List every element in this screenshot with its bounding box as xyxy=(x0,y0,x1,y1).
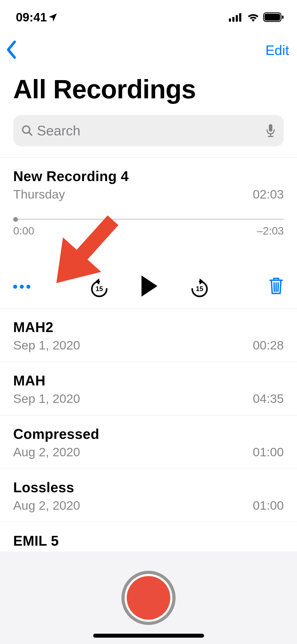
list-item[interactable]: MAH Sep 1, 2020 04:35 xyxy=(0,362,297,415)
recording-title: Lossless xyxy=(13,479,284,495)
recording-date: Aug 2, 2020 xyxy=(13,445,80,459)
scrubber-track xyxy=(13,219,284,220)
recordings-list: New Recording 4 Thursday 02:03 0:00 –2:0… xyxy=(0,157,297,575)
svg-marker-15 xyxy=(200,278,204,285)
svg-rect-6 xyxy=(282,16,284,19)
list-item[interactable]: Compressed Aug 2, 2020 01:00 xyxy=(0,415,297,469)
skip-forward-button[interactable]: 15 xyxy=(190,277,209,296)
scrubber-remaining: –2:03 xyxy=(257,225,284,237)
svg-line-8 xyxy=(29,132,32,135)
status-icons xyxy=(229,12,284,22)
play-icon xyxy=(140,275,159,297)
status-time-text: 09:41 xyxy=(16,10,47,24)
skip-back-15-icon: 15 xyxy=(90,277,109,298)
list-item[interactable]: MAH2 Sep 1, 2020 00:28 xyxy=(0,309,297,362)
svg-rect-3 xyxy=(239,13,241,22)
svg-text:15: 15 xyxy=(96,285,103,292)
recording-duration: 02:03 xyxy=(253,187,284,201)
selected-recording[interactable]: New Recording 4 Thursday 02:03 0:00 –2:0… xyxy=(0,158,297,309)
cellular-icon xyxy=(229,13,243,22)
search-container xyxy=(0,110,297,157)
page-title: All Recordings xyxy=(0,66,297,110)
svg-line-19 xyxy=(278,283,278,291)
list-item[interactable]: Lossless Aug 2, 2020 01:00 xyxy=(0,469,297,522)
ellipsis-icon xyxy=(13,285,17,289)
skip-forward-15-icon: 15 xyxy=(190,277,209,298)
recording-duration: 01:00 xyxy=(253,498,284,513)
recording-title: MAH xyxy=(13,372,284,389)
more-options-button[interactable] xyxy=(13,285,30,289)
recording-title: EMIL 5 xyxy=(13,533,284,549)
svg-rect-1 xyxy=(232,17,234,22)
svg-rect-2 xyxy=(236,15,238,22)
playback-scrubber[interactable]: 0:00 –2:03 xyxy=(13,219,284,237)
skip-back-button[interactable]: 15 xyxy=(90,277,109,296)
recording-date: Sep 1, 2020 xyxy=(13,338,80,352)
recording-date: Sep 1, 2020 xyxy=(13,391,80,406)
status-time: 09:41 xyxy=(16,10,57,24)
record-toolbar xyxy=(0,551,297,644)
nav-bar: Edit xyxy=(0,34,297,66)
chevron-left-icon xyxy=(5,40,18,59)
delete-button[interactable] xyxy=(268,277,284,296)
recording-duration: 04:35 xyxy=(253,391,284,406)
trash-icon xyxy=(268,277,284,295)
recording-title: Compressed xyxy=(13,426,284,442)
svg-rect-0 xyxy=(229,19,231,22)
scrubber-thumb[interactable] xyxy=(13,217,18,222)
scrubber-elapsed: 0:00 xyxy=(13,225,34,237)
svg-marker-12 xyxy=(95,278,99,285)
location-icon xyxy=(49,13,57,21)
microphone-icon[interactable] xyxy=(265,123,276,138)
edit-button[interactable]: Edit xyxy=(265,42,289,58)
wifi-icon xyxy=(247,13,260,22)
record-icon xyxy=(127,576,170,620)
transport-controls: 15 15 xyxy=(90,275,209,298)
recording-date: Thursday xyxy=(13,187,65,201)
record-button[interactable] xyxy=(121,571,176,625)
home-indicator[interactable] xyxy=(93,634,204,638)
recording-title: New Recording 4 xyxy=(13,168,129,184)
search-icon xyxy=(21,125,33,137)
play-button[interactable] xyxy=(140,275,159,298)
battery-icon xyxy=(263,12,284,22)
svg-rect-5 xyxy=(265,14,280,21)
recording-duration: 01:00 xyxy=(253,445,284,459)
svg-line-17 xyxy=(274,283,274,291)
back-button[interactable] xyxy=(5,40,18,60)
player-controls: 15 15 xyxy=(13,275,284,298)
search-input[interactable] xyxy=(37,123,262,139)
status-bar: 09:41 xyxy=(0,0,297,34)
search-bar[interactable] xyxy=(13,115,284,146)
recording-date: Aug 2, 2020 xyxy=(13,498,80,513)
svg-text:15: 15 xyxy=(196,285,203,292)
recording-title: MAH2 xyxy=(13,319,284,335)
svg-rect-9 xyxy=(269,124,272,131)
recording-duration: 00:28 xyxy=(253,338,284,352)
svg-marker-14 xyxy=(142,275,157,297)
